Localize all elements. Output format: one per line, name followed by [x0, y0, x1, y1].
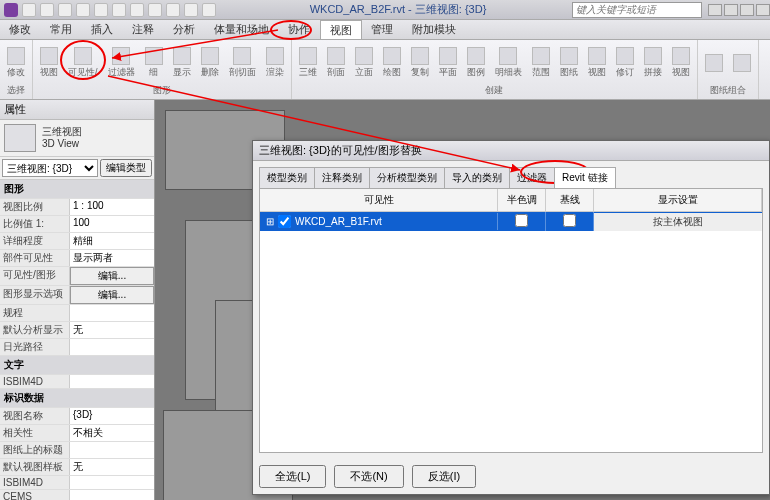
display-setting-button[interactable]: 按主体视图 — [594, 213, 762, 231]
prop-section-header[interactable]: 文字 — [0, 356, 154, 375]
ribbon-button[interactable]: 平面 — [436, 42, 460, 84]
prop-row[interactable]: ISBIM4D — [0, 375, 154, 389]
prop-row[interactable]: 图形显示选项编辑... — [0, 286, 154, 305]
properties-panel: 属性 三维视图3D View 三维视图: {3D} 编辑类型 图形视图比例1 :… — [0, 100, 155, 500]
dialog-title: 三维视图: {3D}的可见性/图形替换 — [253, 141, 769, 161]
ribbon-button[interactable]: 视图 — [585, 42, 609, 84]
prop-row[interactable]: 比例值 1:100 — [0, 216, 154, 233]
ribbon-button[interactable]: 可见性/ — [65, 42, 101, 84]
prop-row[interactable]: 默认分析显示无 — [0, 322, 154, 339]
ribbon-button[interactable]: 显示 — [170, 42, 194, 84]
ribbon-button[interactable]: 拼接 — [641, 42, 665, 84]
prop-row[interactable]: 视图名称{3D} — [0, 408, 154, 425]
prop-section-header[interactable]: 图形 — [0, 180, 154, 199]
quick-access-toolbar — [22, 3, 216, 17]
ribbon-button[interactable]: 范围 — [529, 42, 553, 84]
link-row[interactable]: ⊞ WKCD_AR_B1F.rvt 按主体视图 — [260, 212, 762, 231]
prop-row[interactable]: 可见性/图形编辑... — [0, 267, 154, 286]
qat-button[interactable] — [166, 3, 180, 17]
tab-修改[interactable]: 修改 — [0, 20, 41, 39]
search-input[interactable] — [572, 2, 702, 18]
qat-button[interactable] — [112, 3, 126, 17]
app-icon[interactable] — [4, 3, 18, 17]
tab-插入[interactable]: 插入 — [82, 20, 123, 39]
dialog-tab[interactable]: 注释类别 — [314, 167, 370, 188]
ribbon-button[interactable]: 剖切面 — [226, 42, 259, 84]
ribbon-button[interactable]: 明细表 — [492, 42, 525, 84]
qat-button[interactable] — [40, 3, 54, 17]
dialog-button[interactable]: 全选(L) — [259, 465, 326, 488]
dialog-tab[interactable]: 导入的类别 — [444, 167, 510, 188]
ribbon-button[interactable]: 三维 — [296, 42, 320, 84]
ribbon-button[interactable]: 修订 — [613, 42, 637, 84]
visibility-dialog: 三维视图: {3D}的可见性/图形替换 模型类别注释类别分析模型类别导入的类别过… — [252, 140, 770, 495]
prop-row[interactable]: ISBIM4D — [0, 476, 154, 490]
prop-row[interactable]: CEMS — [0, 490, 154, 500]
dialog-button[interactable]: 不选(N) — [334, 465, 403, 488]
column-header[interactable]: 基线 — [546, 189, 594, 211]
tab-附加模块[interactable]: 附加模块 — [403, 20, 466, 39]
dialog-tab[interactable]: 过滤器 — [509, 167, 555, 188]
underlay-checkbox[interactable] — [563, 214, 576, 227]
ribbon-group-label: 图形 — [37, 84, 287, 97]
tab-常用[interactable]: 常用 — [41, 20, 82, 39]
prop-row[interactable]: 规程 — [0, 305, 154, 322]
instance-selector[interactable]: 三维视图: {3D} — [2, 159, 98, 177]
ribbon-group-label: 选择 — [4, 84, 28, 97]
ribbon-button[interactable]: 修改 — [4, 42, 28, 84]
maximize-icon[interactable] — [740, 4, 754, 16]
type-selector[interactable]: 三维视图3D View — [0, 120, 154, 157]
ribbon-button[interactable]: 视图 — [37, 42, 61, 84]
qat-button[interactable] — [202, 3, 216, 17]
ribbon-button[interactable] — [730, 42, 754, 84]
qat-button[interactable] — [94, 3, 108, 17]
title-bar: WKCD_AR_B2F.rvt - 三维视图: {3D} — [0, 0, 770, 20]
tab-分析[interactable]: 分析 — [164, 20, 205, 39]
column-header[interactable]: 可见性 — [260, 189, 498, 211]
help-icon[interactable] — [708, 4, 722, 16]
prop-row[interactable]: 部件可见性显示两者 — [0, 250, 154, 267]
ribbon-button[interactable]: 渲染 — [263, 42, 287, 84]
ribbon-button[interactable]: 删除 — [198, 42, 222, 84]
ribbon-button[interactable]: 剖面 — [324, 42, 348, 84]
prop-row[interactable]: 图纸上的标题 — [0, 442, 154, 459]
dialog-button[interactable]: 反选(I) — [412, 465, 476, 488]
prop-row[interactable]: 日光路径 — [0, 339, 154, 356]
ribbon-button[interactable]: 绘图 — [380, 42, 404, 84]
dialog-tab[interactable]: Revit 链接 — [554, 167, 616, 188]
prop-row[interactable]: 相关性不相关 — [0, 425, 154, 442]
tab-注释[interactable]: 注释 — [123, 20, 164, 39]
tab-管理[interactable]: 管理 — [362, 20, 403, 39]
column-header[interactable]: 显示设置 — [594, 189, 762, 211]
ribbon-button[interactable]: 细 — [142, 42, 166, 84]
prop-row[interactable]: 视图比例1 : 100 — [0, 199, 154, 216]
tab-视图[interactable]: 视图 — [320, 20, 362, 39]
prop-row[interactable]: 详细程度精细 — [0, 233, 154, 250]
visibility-checkbox[interactable] — [278, 215, 291, 228]
prop-section-header[interactable]: 标识数据 — [0, 389, 154, 408]
edit-type-button[interactable]: 编辑类型 — [100, 159, 152, 177]
qat-button[interactable] — [148, 3, 162, 17]
ribbon-button[interactable]: 图例 — [464, 42, 488, 84]
qat-button[interactable] — [22, 3, 36, 17]
column-header[interactable]: 半色调 — [498, 189, 546, 211]
prop-row[interactable]: 默认视图样板无 — [0, 459, 154, 476]
expand-icon[interactable]: ⊞ — [266, 216, 274, 227]
tab-协作[interactable]: 协作 — [279, 20, 320, 39]
close-icon[interactable] — [756, 4, 770, 16]
halftone-checkbox[interactable] — [515, 214, 528, 227]
ribbon-button[interactable]: 立面 — [352, 42, 376, 84]
qat-button[interactable] — [76, 3, 90, 17]
ribbon-button[interactable] — [702, 42, 726, 84]
ribbon-button[interactable]: 复制 — [408, 42, 432, 84]
qat-button[interactable] — [58, 3, 72, 17]
qat-button[interactable] — [184, 3, 198, 17]
ribbon-button[interactable]: 过滤器 — [105, 42, 138, 84]
ribbon-button[interactable]: 图纸 — [557, 42, 581, 84]
dialog-tab[interactable]: 模型类别 — [259, 167, 315, 188]
minimize-icon[interactable] — [724, 4, 738, 16]
ribbon-button[interactable]: 视图 — [669, 42, 693, 84]
dialog-tab[interactable]: 分析模型类别 — [369, 167, 445, 188]
qat-button[interactable] — [130, 3, 144, 17]
tab-体量和场地[interactable]: 体量和场地 — [205, 20, 279, 39]
